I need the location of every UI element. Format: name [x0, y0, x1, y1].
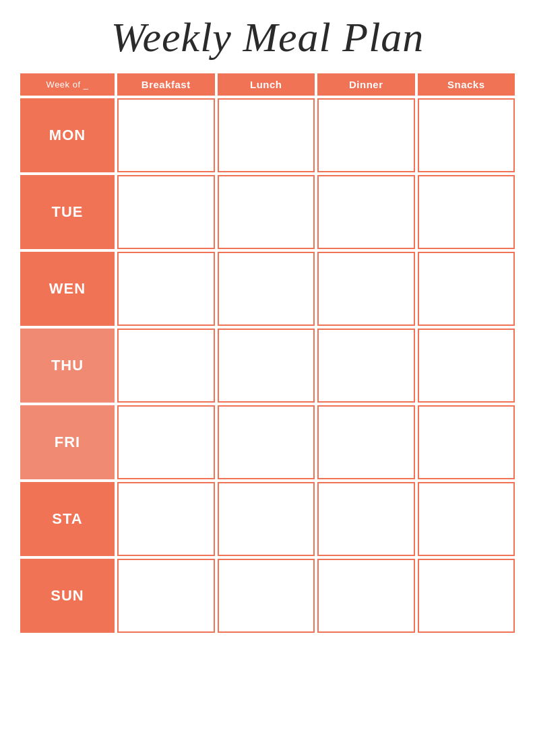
- sta-breakfast[interactable]: [117, 482, 215, 556]
- mon-breakfast[interactable]: [117, 98, 215, 172]
- fri-dinner[interactable]: [317, 405, 415, 479]
- sta-dinner[interactable]: [317, 482, 415, 556]
- day-label-sta: STA: [20, 482, 115, 556]
- day-label-fri: FRI: [20, 405, 115, 479]
- sta-snacks[interactable]: [418, 482, 515, 556]
- row-thursday: THU: [20, 329, 515, 403]
- row-sunday: SUN: [20, 559, 515, 633]
- fri-lunch[interactable]: [218, 405, 315, 479]
- page-title: Weekly Meal Plan: [111, 13, 424, 61]
- wen-lunch[interactable]: [218, 252, 315, 326]
- meal-plan-grid: Week of _ Breakfast Lunch Dinner Snacks …: [20, 73, 515, 635]
- header-dinner: Dinner: [317, 73, 415, 96]
- week-of-cell: Week of _: [20, 73, 115, 96]
- tue-snacks[interactable]: [418, 175, 515, 249]
- day-label-tue: TUE: [20, 175, 115, 249]
- fri-breakfast[interactable]: [117, 405, 215, 479]
- header-lunch: Lunch: [218, 73, 315, 96]
- sun-snacks[interactable]: [418, 559, 515, 633]
- sun-lunch[interactable]: [218, 559, 315, 633]
- day-label-wen: WEN: [20, 252, 115, 326]
- wen-snacks[interactable]: [418, 252, 515, 326]
- mon-snacks[interactable]: [418, 98, 515, 172]
- day-label-thu: THU: [20, 329, 115, 403]
- fri-snacks[interactable]: [418, 405, 515, 479]
- tue-lunch[interactable]: [218, 175, 315, 249]
- row-saturday: STA: [20, 482, 515, 556]
- thu-snacks[interactable]: [418, 329, 515, 403]
- thu-dinner[interactable]: [317, 329, 415, 403]
- mon-dinner[interactable]: [317, 98, 415, 172]
- sun-breakfast[interactable]: [117, 559, 215, 633]
- tue-breakfast[interactable]: [117, 175, 215, 249]
- day-label-sun: SUN: [20, 559, 115, 633]
- sta-lunch[interactable]: [218, 482, 315, 556]
- day-label-mon: MON: [20, 98, 115, 172]
- tue-dinner[interactable]: [317, 175, 415, 249]
- row-wednesday: WEN: [20, 252, 515, 326]
- header-breakfast: Breakfast: [117, 73, 215, 96]
- wen-dinner[interactable]: [317, 252, 415, 326]
- header-snacks: Snacks: [418, 73, 515, 96]
- row-monday: MON: [20, 98, 515, 172]
- wen-breakfast[interactable]: [117, 252, 215, 326]
- header-row: Week of _ Breakfast Lunch Dinner Snacks: [20, 73, 515, 96]
- thu-breakfast[interactable]: [117, 329, 215, 403]
- row-friday: FRI: [20, 405, 515, 479]
- thu-lunch[interactable]: [218, 329, 315, 403]
- sun-dinner[interactable]: [317, 559, 415, 633]
- mon-lunch[interactable]: [218, 98, 315, 172]
- row-tuesday: TUE: [20, 175, 515, 249]
